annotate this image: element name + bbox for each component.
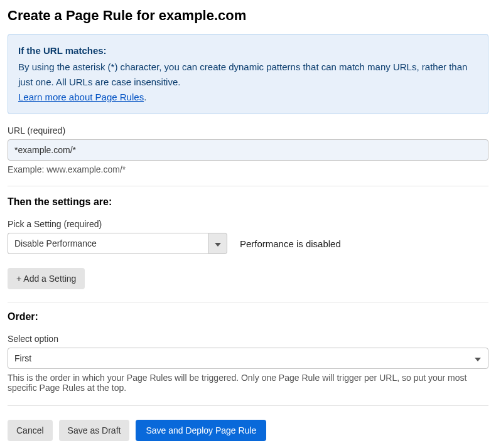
cancel-button[interactable]: Cancel	[8, 420, 53, 441]
url-helper: Example: www.example.com/*	[8, 164, 488, 174]
info-banner: If the URL matches: By using the asteris…	[8, 34, 488, 114]
divider	[8, 186, 488, 186]
pick-setting-label: Pick a Setting (required)	[8, 219, 488, 229]
info-banner-title: If the URL matches:	[18, 43, 478, 58]
info-period: .	[144, 92, 146, 102]
setting-status-text: Performance is disabled	[240, 238, 341, 249]
divider	[8, 405, 488, 406]
add-setting-button[interactable]: + Add a Setting	[8, 268, 85, 289]
pick-setting-dropdown-button[interactable]	[208, 233, 227, 254]
pick-setting-select[interactable]: Disable Performance	[8, 233, 227, 254]
url-input[interactable]	[8, 139, 488, 161]
settings-heading: Then the settings are:	[8, 196, 488, 208]
save-draft-button[interactable]: Save as Draft	[59, 420, 130, 441]
caret-down-icon	[215, 239, 221, 248]
url-label: URL (required)	[8, 125, 488, 136]
page-title: Create a Page Rule for example.com	[8, 8, 488, 24]
save-deploy-button[interactable]: Save and Deploy Page Rule	[136, 420, 266, 441]
pick-setting-select-value[interactable]: Disable Performance	[8, 233, 208, 254]
order-heading: Order:	[8, 311, 488, 323]
divider	[8, 302, 488, 302]
info-banner-body: By using the asterisk (*) character, you…	[18, 61, 467, 87]
learn-more-link[interactable]: Learn more about Page Rules	[18, 92, 144, 102]
order-helper: This is the order in which your Page Rul…	[8, 373, 488, 393]
action-buttons: Cancel Save as Draft Save and Deploy Pag…	[8, 420, 488, 441]
order-label: Select option	[8, 334, 488, 344]
order-select[interactable]: First	[8, 348, 488, 369]
